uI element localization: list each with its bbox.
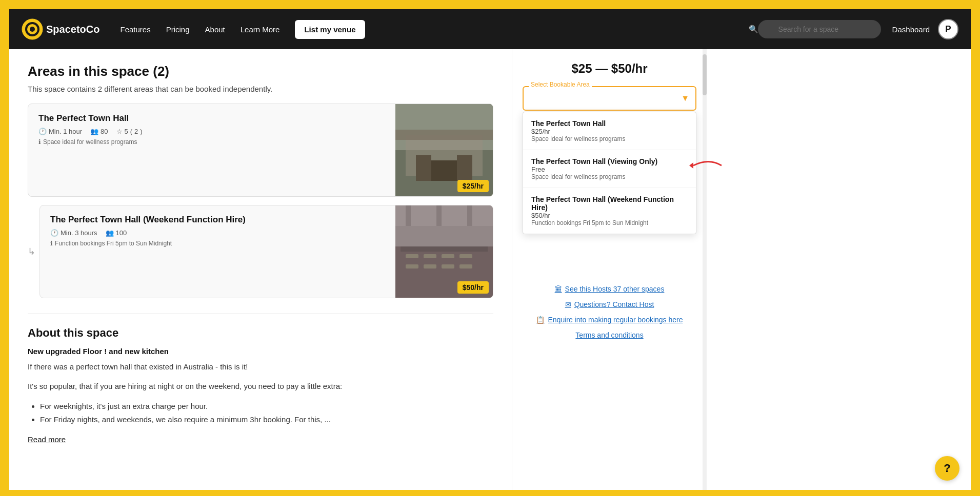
regular-bookings-link[interactable]: 📋 Enquire into making regular bookings h… [523, 316, 696, 324]
logo-icon [22, 18, 43, 40]
svg-rect-8 [431, 160, 457, 181]
price-badge-2: $50/hr [457, 281, 489, 294]
svg-rect-12 [401, 246, 488, 252]
select-bookable-label: Select Bookable Area [529, 81, 592, 88]
nav-about[interactable]: About [205, 25, 225, 34]
min-time-2: 🕐 Min. 3 hours [50, 229, 97, 237]
about-list-item-1: For weeknights, it's just an extra charg… [40, 400, 493, 413]
help-button[interactable]: ? [935, 456, 959, 481]
price-range: $25 — $50/hr [523, 61, 696, 76]
space-card-2-image: $50/hr [395, 205, 493, 298]
dropdown-item-1-title: The Perfect Town Hall [531, 119, 688, 128]
svg-rect-15 [442, 254, 454, 258]
space-card-2-title: The Perfect Town Hall (Weekend Function … [50, 215, 385, 225]
space-card-2-note: ℹ Function bookings Fri 5pm to Sun Midni… [50, 240, 385, 247]
left-panel: Areas in this space (2) This space conta… [9, 49, 512, 490]
dashboard-link[interactable]: Dashboard [892, 25, 930, 34]
about-list-item-2: For Friday nights, and weekends, we also… [40, 413, 493, 426]
section-subtitle: This space contains 2 different areas th… [28, 85, 493, 93]
avatar[interactable]: P [938, 19, 958, 39]
about-section: About this space New upgraded Floor ! an… [28, 314, 493, 444]
dropdown-item-1[interactable]: The Perfect Town Hall $25/hr Space ideal… [523, 112, 696, 150]
right-panel: $25 — $50/hr Select Bookable Area ▼ The … [512, 49, 707, 490]
red-arrow-annotation [688, 155, 724, 178]
svg-rect-17 [406, 264, 418, 268]
nav-pricing[interactable]: Pricing [166, 25, 190, 34]
dropdown-item-3[interactable]: The Perfect Town Hall (Weekend Function … [523, 188, 696, 234]
sidebar-links: 🏛 See this Hosts 37 other spaces ✉ Quest… [523, 285, 696, 339]
capacity-2: 👥 100 [106, 229, 127, 237]
min-time-1: 🕐 Min. 1 hour [38, 128, 82, 135]
svg-rect-13 [406, 254, 418, 258]
dropdown-item-2[interactable]: The Perfect Town Hall (Viewing Only) Fre… [523, 150, 696, 188]
red-arrow-svg [688, 155, 724, 176]
svg-rect-9 [395, 130, 493, 140]
terms-link[interactable]: Terms and conditions [523, 331, 696, 339]
sub-arrow-icon: ↳ [28, 205, 35, 298]
space-card-1-meta: 🕐 Min. 1 hour 👥 80 ☆ 5 (2) [38, 128, 385, 135]
about-bold: New upgraded Floor ! and new kitchen [28, 347, 493, 356]
dropdown-item-1-price: $25/hr [531, 128, 688, 135]
contact-host-link[interactable]: ✉ Questions? Contact Host [523, 300, 696, 308]
page-content: Areas in this space (2) This space conta… [9, 49, 971, 490]
people-icon-2: 👥 [106, 229, 114, 237]
info-icon-1: ℹ [38, 138, 41, 146]
about-list: For weeknights, it's just an extra charg… [28, 400, 493, 426]
dropdown-item-2-title: The Perfect Town Hall (Viewing Only) [531, 157, 688, 166]
about-para2: It's so popular, that if you are hiring … [28, 380, 493, 392]
svg-rect-22 [406, 205, 411, 226]
search-input[interactable] [758, 20, 881, 38]
navbar: SpacetoCo Features Pricing About Learn M… [9, 9, 971, 49]
clock-icon-2: 🕐 [50, 229, 58, 237]
logo-text: SpacetoCo [46, 24, 99, 35]
message-icon: ✉ [565, 300, 571, 308]
dropdown-item-3-title: The Perfect Town Hall (Weekend Function … [531, 195, 688, 212]
scrollbar-track[interactable] [703, 49, 707, 490]
dropdown-item-3-desc: Function bookings Fri 5pm to Sun Midnigh… [531, 219, 688, 226]
space-card-1-body: The Perfect Town Hall 🕐 Min. 1 hour 👥 80… [28, 104, 395, 196]
section-title: Areas in this space (2) [28, 64, 493, 79]
dropdown-item-1-desc: Space ideal for wellness programs [531, 135, 688, 142]
svg-rect-6 [416, 155, 431, 181]
logo[interactable]: SpacetoCo [22, 18, 99, 40]
svg-rect-21 [395, 226, 493, 246]
capacity-1: 👥 80 [90, 128, 108, 135]
space-card-2[interactable]: The Perfect Town Hall (Weekend Function … [39, 205, 493, 298]
dropdown-item-3-price: $50/hr [531, 212, 688, 219]
space-card-2-body: The Perfect Town Hall (Weekend Function … [40, 205, 395, 298]
dropdown-item-2-price: Free [531, 166, 688, 173]
space-card-1-title: The Perfect Town Hall [38, 113, 385, 123]
svg-rect-18 [424, 264, 436, 268]
list-venue-button[interactable]: List my venue [295, 20, 365, 39]
svg-rect-19 [442, 264, 454, 268]
nav-learn-more[interactable]: Learn More [241, 25, 280, 34]
read-more-link[interactable]: Read more [28, 435, 66, 444]
nav-features[interactable]: Features [120, 25, 150, 34]
svg-rect-23 [436, 205, 442, 226]
info-icon-2: ℹ [50, 240, 53, 247]
host-spaces-link[interactable]: 🏛 See this Hosts 37 other spaces [523, 285, 696, 293]
svg-rect-20 [459, 264, 472, 268]
about-para1: If there was a perfect town hall that ex… [28, 361, 493, 373]
clock-icon-1: 🕐 [38, 128, 47, 135]
space-card-1[interactable]: The Perfect Town Hall 🕐 Min. 1 hour 👥 80… [28, 104, 493, 197]
svg-marker-25 [689, 162, 693, 169]
space-card-1-note: ℹ Space ideal for wellness programs [38, 138, 385, 146]
select-bookable-wrap: Select Bookable Area ▼ The Perfect Town … [523, 86, 696, 111]
search-icon: 🔍 [749, 25, 758, 34]
svg-rect-7 [457, 155, 472, 181]
about-title: About this space [28, 326, 493, 340]
star-icon-1: ☆ [116, 128, 123, 135]
select-bookable-button[interactable] [523, 86, 696, 111]
svg-rect-16 [459, 254, 472, 258]
svg-rect-14 [424, 254, 436, 258]
people-icon-1: 👥 [90, 128, 98, 135]
space-card-1-image: $25/hr [395, 104, 493, 196]
nav-links: Features Pricing About Learn More List m… [120, 20, 727, 39]
rating-1: ☆ 5 (2) [116, 128, 143, 135]
search-wrap: 🔍 [743, 20, 881, 38]
svg-point-2 [30, 27, 35, 32]
scrollbar-thumb [703, 54, 707, 95]
dropdown-list: The Perfect Town Hall $25/hr Space ideal… [523, 112, 696, 234]
space-card-2-wrap: ↳ The Perfect Town Hall (Weekend Functio… [28, 205, 493, 298]
